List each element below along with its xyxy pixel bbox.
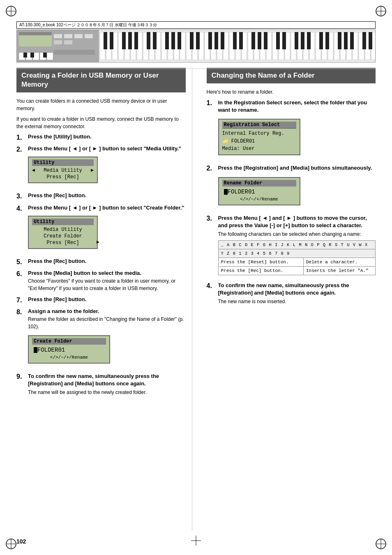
svg-rect-96 <box>233 32 237 49</box>
left-intro-1: You can create folders in a connected US… <box>16 97 186 112</box>
step-9-body: The name will be assigned to the newly c… <box>28 389 186 396</box>
step-9-num: 9. <box>16 373 25 380</box>
step-1-num: 1. <box>16 134 25 141</box>
utility-media-utility-label: Media Utility <box>44 168 82 173</box>
char-table-row1-button: Press the [Reset] button. <box>219 258 304 266</box>
right-step-4-body: The new name is now inserted. <box>218 298 376 305</box>
step-1: 1. Press the [Utility] button. <box>16 134 186 141</box>
utility-screen-2-arrow: ► <box>97 240 99 245</box>
folder-icon: 📁 <box>222 138 228 144</box>
svg-rect-83 <box>122 32 126 49</box>
create-folder-controls: </>/−/+/Rename <box>32 354 106 361</box>
step-9-content: To confirm the new name, simultaneously … <box>28 373 186 396</box>
svg-rect-105 <box>307 32 311 49</box>
step-9-title: To confirm the new name, simultaneously … <box>28 373 159 387</box>
create-folder-name: FOLDER01 <box>32 346 106 354</box>
reg-select-row2: 📁 FOLDER01 <box>222 137 296 145</box>
reg-select-title: Registration Select <box>222 122 296 129</box>
step-7-content: Press the [Rec] button. <box>28 296 186 302</box>
step-7-title: Press the [Rec] button. <box>28 296 86 302</box>
utility-screen-2-box: Utility Media Utility Create Folder Pres… <box>28 216 98 249</box>
step-3-title: Press the [Rec] button. <box>28 192 86 198</box>
create-folder-title: Create Folder <box>32 338 106 345</box>
step-4-title: Press the Menu [ ◄ ] or [ ► ] button to … <box>28 205 184 211</box>
corner-mark-tr <box>375 5 387 17</box>
char-table-row2-action: Inserts the letter "A." <box>304 267 375 275</box>
step-2-content: Press the Menu [ ◄ ] or [ ► ] button to … <box>28 145 186 188</box>
header-text: AT-100-300_e.book 102ページ ２００８年５月７日 水曜日 午… <box>19 22 157 28</box>
utility-screen-1-row-main: ◄ Media Utility ► <box>32 167 94 174</box>
reg-folder-name: FOLDER01 <box>231 138 255 144</box>
svg-rect-14 <box>19 32 52 35</box>
svg-rect-87 <box>153 32 157 49</box>
step-5-num: 5. <box>16 258 25 266</box>
left-intro-2: If you want to create a folder in USB me… <box>16 115 186 130</box>
step-6-body: Choose "Favorites" if you want to create… <box>28 277 186 292</box>
step-8-content: Assign a name to the folder. Rename the … <box>28 308 186 368</box>
right-step-1: 1. In the Registration Select screen, se… <box>207 99 376 160</box>
rename-folder-name: FOLDER01 <box>222 188 296 196</box>
svg-rect-20 <box>64 40 72 44</box>
rename-folder-title: Rename Folder <box>222 180 296 187</box>
right-step-1-num: 1. <box>207 99 216 107</box>
right-step-3-body1: The following characters can be selected… <box>218 230 376 238</box>
step-2: 2. Press the Menu [ ◄ ] or [ ► ] button … <box>16 145 186 188</box>
page-number: 102 <box>16 538 26 545</box>
right-step-3-title: Press the Menu [ ◄ ] and [ ► ] buttons t… <box>218 215 367 228</box>
reg-select-row3: Media: User <box>222 145 296 152</box>
svg-rect-106 <box>319 32 323 49</box>
step-4-content: Press the Menu [ ◄ ] or [ ► ] button to … <box>28 205 186 254</box>
char-table: _ A B C D E F G H I J K L M N O P Q R S … <box>218 240 376 275</box>
reg-select-row1: Internal Factory Reg. <box>222 130 296 137</box>
right-step-3-content: Press the Menu [ ◄ ] and [ ► ] buttons t… <box>218 214 376 278</box>
svg-rect-15 <box>54 34 62 38</box>
right-step-3: 3. Press the Menu [ ◄ ] and [ ► ] button… <box>207 214 376 278</box>
step-6-num: 6. <box>16 270 25 278</box>
svg-rect-17 <box>74 34 83 38</box>
svg-rect-29 <box>43 53 47 58</box>
svg-rect-82 <box>110 32 113 49</box>
svg-rect-95 <box>221 32 224 49</box>
utility-press-rec-label: Press [Rec] <box>46 240 79 246</box>
keyboard-left-panel <box>17 30 99 62</box>
corner-mark-br <box>375 538 387 550</box>
svg-rect-108 <box>338 32 341 49</box>
utility-screen-2-row3: Press [Rec] ► <box>32 240 94 246</box>
utility-screen-1-title: Utility <box>32 159 94 166</box>
char-table-row-2: Press the [Rec] button. Inserts the lett… <box>219 267 376 275</box>
step-7-num: 7. <box>16 296 25 304</box>
left-section-title: Creating a Folder in USB Memory or User … <box>16 68 186 92</box>
utility-screen-1-box: Utility ◄ Media Utility ► Press [Rec] <box>28 157 98 183</box>
create-folder-screen: Create Folder FOLDER01 </>/−/+/Rename <box>28 333 186 366</box>
right-column: Changing the Name of a Folder Here's how… <box>205 68 376 530</box>
step-3-content: Press the [Rec] button. <box>28 192 186 198</box>
corner-mark-tl <box>5 5 17 17</box>
utility-screen-1-rec: Press [Rec] <box>32 174 94 180</box>
rename-folder-screen-box: Rename Folder FOLDER01 </>/−/+/Rename <box>218 177 300 205</box>
svg-rect-111 <box>362 32 366 49</box>
step-8: 8. Assign a name to the folder. Rename t… <box>16 308 186 368</box>
utility-arrow-left: ◄ <box>32 168 35 173</box>
svg-rect-103 <box>295 32 298 49</box>
bottom-center-crosshair <box>190 535 202 548</box>
corner-mark-bl <box>5 538 17 550</box>
svg-rect-101 <box>276 32 280 49</box>
right-step-1-content: In the Registration Select screen, selec… <box>218 99 376 160</box>
step-6-content: Press the [Media] button to select the m… <box>28 270 186 292</box>
svg-rect-18 <box>85 34 93 38</box>
svg-rect-91 <box>190 32 194 49</box>
svg-rect-100 <box>264 32 267 49</box>
right-step-1-title: In the Registration Select screen, selec… <box>218 99 367 113</box>
step-1-content: Press the [Utility] button. <box>28 134 186 140</box>
create-folder-screen-box: Create Folder FOLDER01 </>/−/+/Rename <box>28 335 110 364</box>
keyboard-right-panel <box>99 30 375 62</box>
step-8-num: 8. <box>16 308 25 316</box>
step-8-body: Rename the folder as described in "Chang… <box>28 315 186 330</box>
step-1-title: Press the [Utility] button. <box>28 134 92 140</box>
step-7: 7. Press the [Rec] button. <box>16 296 186 304</box>
registration-select-screen-box: Registration Select Internal Factory Reg… <box>218 119 300 155</box>
main-content: Creating a Folder in USB Memory or User … <box>16 68 376 530</box>
utility-screen-1: Utility ◄ Media Utility ► Press [Rec] <box>28 154 186 186</box>
step-4: 4. Press the Menu [ ◄ ] or [ ► ] button … <box>16 205 186 254</box>
svg-rect-109 <box>344 32 348 49</box>
